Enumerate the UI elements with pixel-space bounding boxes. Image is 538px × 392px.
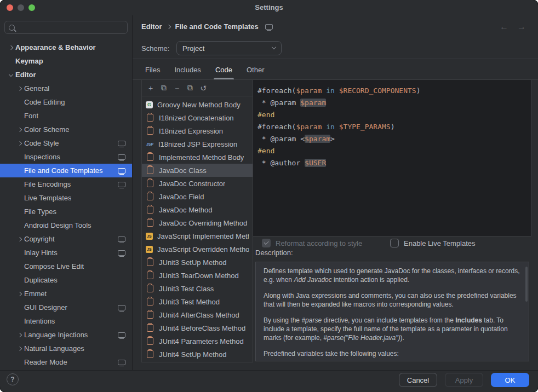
template-item[interactable]: JavaDoc Constructor (142, 177, 253, 190)
sidebar-item-intentions[interactable]: Intentions (0, 314, 132, 328)
chevron-right-icon (15, 292, 24, 296)
template-item[interactable]: I18nized Expression (142, 124, 253, 137)
template-item-label: JavaDoc Constructor (159, 180, 225, 188)
chevron-right-icon (15, 238, 24, 241)
sidebar-item-live-templates[interactable]: Live Templates (0, 191, 132, 205)
tab-includes[interactable]: Includes (167, 60, 208, 79)
zoom-button[interactable] (28, 4, 35, 11)
template-item[interactable]: JUnit4 BeforeClass Method (142, 321, 253, 335)
tab-other[interactable]: Other (239, 60, 272, 79)
sidebar-item-file-encodings[interactable]: File Encodings (0, 177, 132, 191)
template-item[interactable]: JavaDoc Method (142, 203, 253, 216)
template-file-icon (147, 337, 153, 345)
sidebar-item-code-editing[interactable]: Code Editing (0, 95, 132, 109)
template-item[interactable]: JUnit3 TearDown Method (142, 269, 253, 282)
tab-files[interactable]: Files (138, 60, 167, 79)
sidebar-item-android-design-tools[interactable]: Android Design Tools (0, 218, 132, 232)
code-line: #end (257, 145, 531, 157)
sidebar-item-code-style[interactable]: Code Style (0, 136, 132, 150)
sidebar-item-general[interactable]: General (0, 82, 132, 95)
back-button[interactable]: ← (500, 22, 508, 32)
sidebar-item-file-and-code-templates[interactable]: File and Code Templates (0, 164, 132, 177)
sidebar-item-editor[interactable]: Editor (0, 68, 132, 82)
reformat-checkbox[interactable] (262, 239, 271, 247)
page-title: File and Code Templates (175, 22, 259, 31)
per-project-settings-icon (118, 360, 125, 365)
template-item[interactable]: JavaDoc Field (142, 190, 253, 203)
sidebar-item-emmet[interactable]: Emmet (0, 287, 132, 301)
template-item[interactable]: Implemented Method Body (142, 151, 253, 164)
sidebar-item-label: File Encodings (24, 180, 71, 188)
template-item-label: JUnit4 AfterClass Method (159, 311, 239, 319)
sidebar-item-appearance-behavior[interactable]: Appearance & Behavior (0, 41, 132, 54)
template-item-label: JavaScript Implemented Method (157, 232, 249, 240)
template-item[interactable]: JUnit4 Parameters Method (142, 335, 253, 348)
copy-template-button[interactable]: ⧉ (184, 82, 197, 95)
scrollbar[interactable] (525, 267, 528, 302)
chevron-right-icon (15, 87, 24, 90)
close-button[interactable] (7, 4, 13, 11)
settings-search-input[interactable] (4, 21, 128, 34)
template-item[interactable]: JUnit4 AfterClass Method (142, 308, 253, 321)
template-item-label: JUnit4 SetUp Method (159, 350, 227, 359)
template-item[interactable]: JUnit3 Test Method (142, 295, 253, 308)
help-icon: ? (10, 376, 14, 383)
add-child-template-button[interactable]: ⧉ (157, 82, 170, 95)
template-item[interactable]: GGroovy New Method Body (142, 98, 253, 111)
sidebar-item-inspections[interactable]: Inspections (0, 150, 132, 164)
description-text[interactable]: Defines template which used to generate … (255, 262, 529, 361)
sidebar-item-duplicates[interactable]: Duplicates (0, 273, 132, 287)
sidebar: Appearance & BehaviorKeymapEditorGeneral… (0, 15, 133, 370)
sidebar-item-natural-languages[interactable]: Natural Languages (0, 342, 132, 355)
minimize-button (18, 4, 24, 11)
template-item-label: Implemented Method Body (159, 153, 244, 162)
sidebar-item-inlay-hints[interactable]: Inlay Hints (0, 246, 132, 260)
sidebar-item-compose-live-edit[interactable]: Compose Live Edit (0, 260, 132, 273)
template-editor[interactable]: #foreach($param in $RECORD_COMPONENTS) *… (253, 80, 531, 237)
reset-template-button[interactable]: ↺ (197, 82, 210, 95)
breadcrumb: Editor File and Code Templates (141, 22, 273, 31)
sidebar-item-language-injections[interactable]: Language Injections (0, 328, 132, 342)
sidebar-item-gui-designer[interactable]: GUI Designer (0, 301, 132, 314)
template-item[interactable]: JSJavaScript Implemented Method (142, 229, 253, 243)
sidebar-item-label: File and Code Templates (24, 166, 103, 175)
template-item[interactable]: JUnit4 SetUp Method (142, 348, 253, 361)
groovy-file-icon: G (146, 101, 153, 108)
template-file-icon (147, 127, 153, 135)
template-file-icon (147, 298, 153, 305)
sidebar-item-keymap[interactable]: Keymap (0, 54, 132, 68)
sidebar-item-reader-mode[interactable]: Reader Mode (0, 355, 132, 369)
template-item-label: I18nized Concatenation (159, 114, 234, 122)
chevron-down-icon (7, 74, 15, 76)
template-file-icon (147, 180, 153, 187)
ok-button[interactable]: OK (491, 373, 529, 387)
breadcrumb-editor[interactable]: Editor (141, 22, 162, 31)
template-item[interactable]: JSPI18nized JSP Expression (142, 137, 253, 151)
apply-button[interactable]: Apply (445, 373, 483, 387)
tab-label: Includes (174, 66, 201, 74)
add-template-button[interactable]: + (144, 82, 157, 95)
tab-code[interactable]: Code (208, 60, 239, 79)
template-item[interactable]: JUnit3 SetUp Method (142, 256, 253, 269)
remove-template-button[interactable]: − (170, 82, 184, 95)
tab-label: Code (215, 66, 232, 74)
template-item[interactable]: JSJavaScript Overridden Method (142, 243, 253, 256)
traffic-lights (7, 4, 35, 11)
forward-button[interactable]: → (517, 22, 526, 32)
template-item[interactable]: JavaDoc Class (142, 164, 253, 177)
help-button[interactable]: ? (7, 373, 19, 385)
template-item-label: I18nized Expression (159, 127, 223, 135)
sidebar-item-font[interactable]: Font (0, 109, 132, 123)
sidebar-item-file-types[interactable]: File Types (0, 205, 132, 218)
template-item[interactable]: I18nized Concatenation (142, 111, 253, 124)
template-item-label: JavaDoc Method (159, 206, 213, 214)
template-item[interactable]: JavaDoc Overriding Method (142, 216, 253, 229)
live-templates-checkbox[interactable] (390, 239, 399, 247)
cancel-button[interactable]: Cancel (399, 373, 437, 387)
template-item[interactable]: JUnit3 Test Class (142, 282, 253, 295)
scheme-select[interactable]: Project (176, 41, 282, 55)
live-templates-option: Enable Live Templates (390, 237, 476, 250)
sidebar-item-copyright[interactable]: Copyright (0, 232, 132, 246)
sidebar-item-color-scheme[interactable]: Color Scheme (0, 123, 132, 136)
description-paragraph: Defines template which used to generate … (264, 267, 521, 284)
